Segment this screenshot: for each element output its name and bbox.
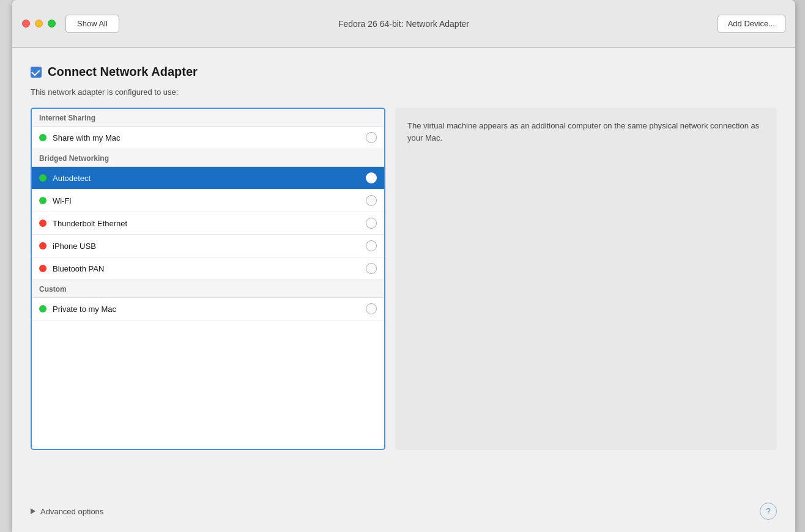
item-label: Autodetect <box>53 174 366 183</box>
status-dot-green <box>39 174 46 182</box>
advanced-options-button[interactable]: Advanced options <box>31 507 103 516</box>
close-button[interactable] <box>22 20 30 28</box>
section-header-internet-sharing: Internet Sharing <box>32 109 384 127</box>
status-dot-green <box>39 305 46 312</box>
traffic-lights <box>22 20 56 28</box>
radio-share-with-mac[interactable] <box>366 132 377 143</box>
triangle-icon <box>31 508 35 514</box>
section-header-bridged: Bridged Networking <box>32 149 384 167</box>
radio-autodetect[interactable] <box>366 172 377 183</box>
connect-header: Connect Network Adapter <box>31 65 777 79</box>
connect-checkbox[interactable] <box>31 67 42 78</box>
description-panel: The virtual machine appears as an additi… <box>395 108 777 450</box>
add-device-button[interactable]: Add Device... <box>718 15 785 33</box>
minimize-button[interactable] <box>35 20 43 28</box>
status-dot-red <box>39 242 46 249</box>
bottom-bar: Advanced options ? <box>31 503 777 520</box>
list-item-bluetooth-pan[interactable]: Bluetooth PAN <box>32 257 384 280</box>
window-title: Fedora 26 64-bit: Network Adapter <box>338 19 469 29</box>
status-dot-red <box>39 220 46 227</box>
content-area: Connect Network Adapter This network ada… <box>12 48 795 532</box>
maximize-button[interactable] <box>48 20 56 28</box>
subtitle-text: This network adapter is configured to us… <box>31 87 777 97</box>
item-label: Private to my Mac <box>53 305 366 314</box>
item-label: Share with my Mac <box>53 133 366 142</box>
radio-iphone-usb[interactable] <box>366 240 377 251</box>
list-item-share-with-mac[interactable]: Share with my Mac <box>32 127 384 149</box>
radio-bluetooth-pan[interactable] <box>366 263 377 274</box>
connect-title: Connect Network Adapter <box>48 65 198 79</box>
list-item-private-to-mac[interactable]: Private to my Mac <box>32 298 384 320</box>
advanced-options-label: Advanced options <box>40 507 103 516</box>
list-item-iphone-usb[interactable]: iPhone USB <box>32 235 384 257</box>
item-label: Wi-Fi <box>53 196 366 205</box>
description-text: The virtual machine appears as an additi… <box>407 121 759 142</box>
status-dot-green <box>39 134 46 141</box>
item-label: Thunderbolt Ethernet <box>53 219 366 228</box>
status-dot-red <box>39 265 46 272</box>
radio-private-to-mac[interactable] <box>366 303 377 314</box>
list-item-wifi[interactable]: Wi-Fi <box>32 190 384 212</box>
radio-wifi[interactable] <box>366 195 377 206</box>
help-button[interactable]: ? <box>760 503 777 520</box>
status-dot-green <box>39 197 46 204</box>
show-all-button[interactable]: Show All <box>65 15 119 33</box>
main-window: Show All Fedora 26 64-bit: Network Adapt… <box>12 0 795 532</box>
item-label: Bluetooth PAN <box>53 264 366 273</box>
two-col-layout: Internet Sharing Share with my Mac Bridg… <box>31 108 777 450</box>
list-item-autodetect[interactable]: Autodetect <box>32 167 384 190</box>
section-header-custom: Custom <box>32 280 384 298</box>
network-list-panel: Internet Sharing Share with my Mac Bridg… <box>31 108 385 450</box>
radio-thunderbolt[interactable] <box>366 218 377 229</box>
item-label: iPhone USB <box>53 242 366 251</box>
titlebar: Show All Fedora 26 64-bit: Network Adapt… <box>12 0 795 48</box>
list-item-thunderbolt[interactable]: Thunderbolt Ethernet <box>32 212 384 235</box>
